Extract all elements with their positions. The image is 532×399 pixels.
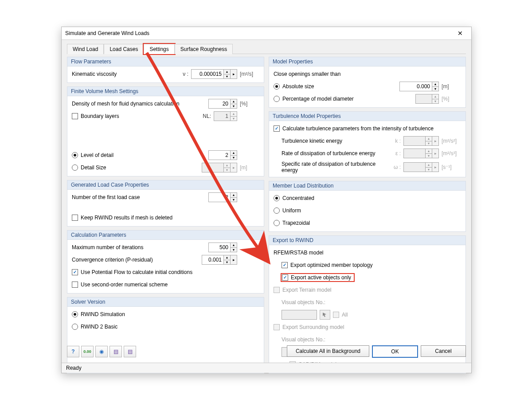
max-iterations-input[interactable]: ▲▼: [208, 243, 237, 252]
close-openings-label: Close openings smaller than: [274, 71, 461, 77]
second-order-label: Use second-order numerical scheme: [81, 282, 168, 288]
spin-down-icon[interactable]: ▼: [231, 156, 237, 160]
spin-up-icon: ▲: [426, 149, 432, 154]
terrain-all-label: All: [342, 312, 348, 318]
mld-uniform-radio[interactable]: Uniform: [274, 207, 301, 214]
export-optimized-topology-checkbox[interactable]: Export optimized member topology: [282, 262, 372, 268]
dialog-title: Simulate and Generate Wind Loads: [65, 27, 149, 39]
spin-down-icon[interactable]: ▼: [231, 198, 237, 202]
absolute-size-input[interactable]: ▲▼: [399, 82, 439, 91]
convergence-input[interactable]: ▲▼ ▸: [202, 255, 237, 265]
spin-up-icon: ▲: [426, 137, 432, 141]
group-turbulence-model: Turbulence Model Properties Calculate tu…: [269, 111, 466, 177]
kinematic-viscosity-input[interactable]: ▲▼ ▸: [191, 69, 237, 79]
solver-rwind-simulation-radio[interactable]: RWIND Simulation: [72, 311, 125, 317]
percentage-diameter-radio[interactable]: Percentage of model diameter: [274, 96, 354, 102]
keep-rwind-results-label: Keep RWIND results if mesh is deleted: [81, 215, 172, 221]
spin-up-icon: ▲: [231, 112, 237, 117]
tab-wind-load[interactable]: Wind Load: [67, 44, 104, 54]
more-icon: ▸: [432, 163, 438, 172]
units-button[interactable]: 0.00: [81, 346, 94, 357]
potential-flow-checkbox[interactable]: Use Potential Flow to calculate initial …: [72, 269, 192, 275]
tab-surface-roughness[interactable]: Surface Roughness: [175, 44, 233, 54]
spin-down-icon[interactable]: ▼: [231, 104, 237, 109]
first-load-case-field[interactable]: [209, 193, 230, 202]
radio-icon: [274, 195, 280, 201]
dialog-footer: ? 0.00 ◉ ▤ ▤ Calculate All in Background…: [67, 345, 466, 358]
spin-up-icon: ▲: [426, 163, 432, 168]
card-icon: ▤: [128, 348, 133, 355]
spin-up-icon[interactable]: ▲: [224, 70, 230, 74]
mesh-density-field[interactable]: [209, 99, 230, 108]
tab-settings[interactable]: Settings: [144, 44, 174, 54]
spin-down-icon[interactable]: ▼: [224, 74, 230, 79]
mesh-density-input[interactable]: ▲▼: [208, 99, 237, 109]
kinematic-viscosity-field[interactable]: [192, 70, 223, 78]
turb-eps-label: Rate of dissipation of turbulence energy: [282, 150, 387, 156]
spin-up-icon: ▲: [224, 163, 230, 168]
more-icon[interactable]: ▸: [230, 255, 237, 264]
export-terrain-model-checkbox: Export Terrain model: [274, 287, 332, 293]
spin-up-icon[interactable]: ▲: [432, 82, 438, 87]
spin-down-icon[interactable]: ▼: [231, 248, 237, 252]
config-button-2[interactable]: ▤: [124, 346, 136, 357]
percentage-diameter-label: Percentage of model diameter: [282, 96, 354, 102]
mld-concentrated-radio[interactable]: Concentrated: [274, 195, 314, 201]
dialog-simulate-wind-loads: Simulate and Generate Wind Loads ✕ Wind …: [61, 27, 472, 373]
spin-down-icon: ▼: [231, 117, 237, 121]
calc-turbulence-from-intensity-checkbox[interactable]: Calculate turbulence parameters from the…: [274, 125, 434, 132]
spin-down-icon[interactable]: ▼: [224, 260, 230, 265]
spin-up-icon: ▲: [432, 94, 438, 99]
absolute-size-field[interactable]: [400, 82, 432, 91]
group-header: Calculation Parameters: [67, 231, 264, 240]
mld-trapezoidal-label: Trapezoidal: [282, 220, 310, 226]
nl-label: NL:: [200, 113, 211, 119]
turb-k-input: ▲▼ ▸: [403, 136, 439, 146]
more-icon[interactable]: ▸: [230, 70, 237, 78]
config-button-1[interactable]: ▤: [110, 346, 122, 357]
detail-size-label: Detail Size: [81, 164, 106, 171]
absolute-size-label: Absolute size: [282, 83, 314, 90]
export-active-objects-only-label: Export active objects only: [291, 274, 351, 281]
boundary-layers-checkbox[interactable]: Boundary layers: [72, 113, 119, 119]
group-header: Finite Volume Mesh Settings: [67, 87, 264, 96]
surrounding-visual-objects-label: Visual objects No.:: [282, 336, 461, 343]
level-of-detail-label: Level of detail: [81, 152, 113, 158]
eps-unit: [m²/s³]: [442, 150, 461, 156]
spin-up-icon[interactable]: ▲: [224, 255, 230, 260]
calculate-all-background-button[interactable]: Calculate All in Background: [287, 345, 369, 357]
radio-icon: [274, 96, 280, 102]
cancel-button[interactable]: Cancel: [421, 345, 466, 357]
max-iterations-field[interactable]: [209, 243, 230, 252]
convergence-field[interactable]: [202, 255, 223, 264]
spin-down-icon: ▼: [426, 141, 432, 146]
ok-button[interactable]: OK: [372, 345, 418, 358]
level-of-detail-radio[interactable]: Level of detail: [72, 152, 113, 158]
export-surrounding-model-checkbox: Export Surrounding model: [274, 324, 344, 330]
solver-rwind-2-basic-radio[interactable]: RWIND 2 Basic: [72, 324, 117, 330]
rfem-rstab-model-label: RFEM/RSTAB model: [274, 250, 323, 256]
spin-up-icon[interactable]: ▲: [231, 243, 237, 248]
omega-field: [404, 163, 425, 172]
level-of-detail-input[interactable]: ▲▼: [208, 150, 237, 160]
mesh-density-label: Density of mesh for fluid dynamics calcu…: [72, 101, 206, 107]
turb-omega-input: ▲▼ ▸: [403, 162, 439, 172]
checkbox-icon: [274, 324, 280, 330]
spin-up-icon[interactable]: ▲: [231, 151, 237, 156]
close-icon[interactable]: ✕: [453, 27, 468, 39]
tab-load-cases[interactable]: Load Cases: [104, 44, 144, 54]
second-order-checkbox[interactable]: Use second-order numerical scheme: [72, 282, 168, 288]
keep-rwind-results-checkbox[interactable]: Keep RWIND results if mesh is deleted: [72, 215, 172, 221]
detail-size-radio[interactable]: Detail Size: [72, 164, 106, 171]
view-button[interactable]: ◉: [95, 346, 108, 357]
mld-trapezoidal-radio[interactable]: Trapezoidal: [274, 220, 310, 226]
export-active-objects-only-checkbox[interactable]: Export active objects only: [282, 274, 354, 281]
spin-down-icon[interactable]: ▼: [432, 87, 438, 91]
spin-up-icon[interactable]: ▲: [231, 99, 237, 104]
help-button[interactable]: ?: [67, 346, 79, 357]
absolute-size-radio[interactable]: Absolute size: [274, 83, 314, 90]
turb-omega-label: Specific rate of dissipation of turbulen…: [282, 161, 387, 173]
first-load-case-input[interactable]: ▲▼: [208, 192, 237, 202]
level-of-detail-field[interactable]: [209, 151, 230, 160]
spin-up-icon[interactable]: ▲: [231, 193, 237, 198]
